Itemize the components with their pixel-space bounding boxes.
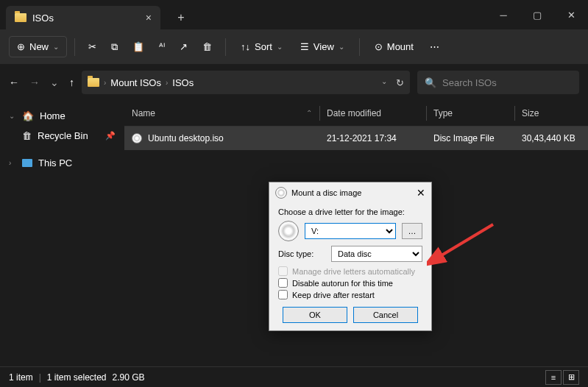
separator	[359, 38, 360, 56]
sort-icon: ↑↓	[241, 41, 250, 52]
search-icon: 🔍	[425, 77, 436, 88]
breadcrumb-part[interactable]: Mount ISOs	[110, 77, 161, 88]
dialog-body: Choose a drive letter for the image: V: …	[269, 203, 431, 330]
file-size: 30,43,440 KB	[514, 133, 588, 143]
checkbox-keep[interactable]	[278, 290, 288, 299]
tab-title: ISOs	[32, 13, 54, 24]
new-label: New	[29, 41, 49, 52]
search-placeholder: Search ISOs	[442, 77, 497, 88]
view-mode-buttons: ≡ ⊞	[545, 370, 579, 385]
file-name-cell: Ubuntu desktop.iso	[124, 133, 319, 143]
chevron-right-icon[interactable]: ›	[9, 159, 16, 167]
new-tab-button[interactable]: +	[169, 11, 193, 24]
sidebar-item-home[interactable]: ⌄ 🏠 Home	[3, 106, 121, 126]
view-button[interactable]: ☰ View ⌄	[293, 37, 352, 57]
chevron-down-icon[interactable]: ⌄	[381, 77, 387, 88]
share-button[interactable]: ↗	[174, 37, 194, 57]
maximize-button[interactable]: ▢	[520, 0, 554, 29]
mount-label: Mount	[387, 41, 414, 52]
separator: |	[39, 372, 41, 383]
disc-type-label: Disc type:	[278, 249, 325, 258]
sort-label: Sort	[255, 41, 272, 52]
disc-type-select[interactable]: Data disc	[331, 246, 422, 262]
cut-button[interactable]: ✂	[82, 37, 102, 57]
file-type: Disc Image File	[426, 133, 514, 143]
sidebar-item-thispc[interactable]: › This PC	[3, 153, 121, 173]
sidebar-item-recycle[interactable]: 🗑 Recycle Bin 📌	[3, 126, 121, 146]
plus-icon: ⊕	[17, 41, 25, 52]
rename-button[interactable]: ᴬᴵ	[153, 37, 171, 57]
ellipsis-icon: ⋯	[430, 41, 439, 52]
minimize-button[interactable]: ─	[486, 0, 520, 29]
more-button[interactable]: ⋯	[424, 37, 445, 57]
delete-button[interactable]: 🗑	[196, 37, 218, 57]
grid-view-button[interactable]: ⊞	[563, 370, 579, 385]
scissors-icon: ✂	[88, 41, 96, 52]
column-headers: Name⌃ Date modified Type Size	[124, 100, 588, 127]
checkbox-autorun[interactable]	[278, 278, 288, 288]
new-button[interactable]: ⊕ New ⌄	[9, 36, 67, 57]
dialog-titlebar: Mount a disc image ✕	[269, 182, 431, 203]
breadcrumb[interactable]: › Mount ISOs › ISOs ⌄ ↻	[82, 71, 410, 94]
cancel-button[interactable]: Cancel	[353, 307, 418, 323]
status-size: 2.90 GB	[113, 372, 145, 383]
mount-button[interactable]: ⊙ Mount	[367, 37, 421, 57]
history-chevron-icon[interactable]: ⌄	[50, 77, 59, 88]
choose-drive-label: Choose a drive letter for the image:	[278, 207, 422, 216]
refresh-button[interactable]: ↻	[396, 77, 404, 88]
disc-icon	[275, 187, 287, 199]
copy-icon: ⧉	[111, 41, 118, 53]
separator	[225, 38, 226, 56]
sidebar-label: Recycle Bin	[38, 130, 88, 141]
dialog-close-button[interactable]: ✕	[417, 187, 425, 199]
address-bar-row: ← → ⌄ ↑ › Mount ISOs › ISOs ⌄ ↻ 🔍 Search…	[0, 65, 588, 100]
file-date: 21-12-2021 17:34	[319, 133, 426, 143]
status-selected: 1 item selected	[47, 372, 107, 383]
copy-button[interactable]: ⧉	[105, 37, 124, 57]
close-window-button[interactable]: ✕	[554, 0, 588, 29]
chevron-right-icon: ›	[166, 79, 168, 87]
browse-button[interactable]: …	[402, 223, 422, 239]
window-tab[interactable]: ISOs ×	[6, 6, 160, 29]
nav-arrows: ← → ⌄ ↑	[9, 77, 74, 88]
disc-image-icon	[132, 133, 142, 143]
ok-button[interactable]: OK	[283, 307, 347, 323]
checkbox-manage	[278, 266, 288, 276]
column-date[interactable]: Date modified	[319, 108, 426, 118]
close-tab-icon[interactable]: ×	[146, 12, 152, 24]
check-manage-drives: Manage drive letters automatically	[278, 266, 422, 276]
file-name: Ubuntu desktop.iso	[148, 133, 224, 143]
view-label: View	[314, 41, 334, 52]
search-input[interactable]: 🔍 Search ISOs	[417, 71, 579, 94]
chevron-right-icon: ›	[104, 79, 106, 87]
forward-button[interactable]: →	[29, 77, 40, 88]
sort-button[interactable]: ↑↓ Sort ⌄	[233, 37, 290, 57]
chevron-down-icon[interactable]: ⌄	[9, 112, 16, 120]
paste-button[interactable]: 📋	[127, 37, 150, 57]
column-name[interactable]: Name⌃	[124, 108, 319, 118]
toolbar: ⊕ New ⌄ ✂ ⧉ 📋 ᴬᴵ ↗ 🗑 ↑↓ Sort ⌄ ☰ View ⌄ …	[0, 29, 588, 65]
breadcrumb-actions: ⌄ ↻	[381, 77, 404, 88]
rename-icon: ᴬᴵ	[159, 41, 165, 52]
file-row[interactable]: Ubuntu desktop.iso 21-12-2021 17:34 Disc…	[124, 127, 588, 150]
pin-icon[interactable]: 📌	[105, 131, 116, 141]
up-button[interactable]: ↑	[69, 77, 74, 88]
details-view-button[interactable]: ≡	[545, 370, 562, 385]
status-count: 1 item	[9, 372, 33, 383]
home-icon: 🏠	[22, 110, 34, 121]
separator	[74, 38, 75, 56]
check-disable-autorun[interactable]: Disable autorun for this time	[278, 278, 422, 288]
window-controls: ─ ▢ ✕	[486, 0, 588, 29]
sort-indicator-icon: ⌃	[306, 109, 312, 117]
chevron-down-icon: ⌄	[277, 43, 283, 51]
check-keep-drive[interactable]: Keep drive after restart	[278, 290, 422, 299]
breadcrumb-part[interactable]: ISOs	[172, 77, 194, 88]
back-button[interactable]: ←	[9, 77, 19, 88]
sidebar-label: Home	[40, 110, 65, 121]
column-size[interactable]: Size	[514, 108, 588, 118]
chevron-down-icon: ⌄	[339, 43, 344, 51]
share-icon: ↗	[180, 41, 188, 52]
drive-letter-select[interactable]: V:	[305, 223, 396, 239]
column-type[interactable]: Type	[426, 108, 514, 118]
recycle-icon: 🗑	[22, 130, 32, 141]
